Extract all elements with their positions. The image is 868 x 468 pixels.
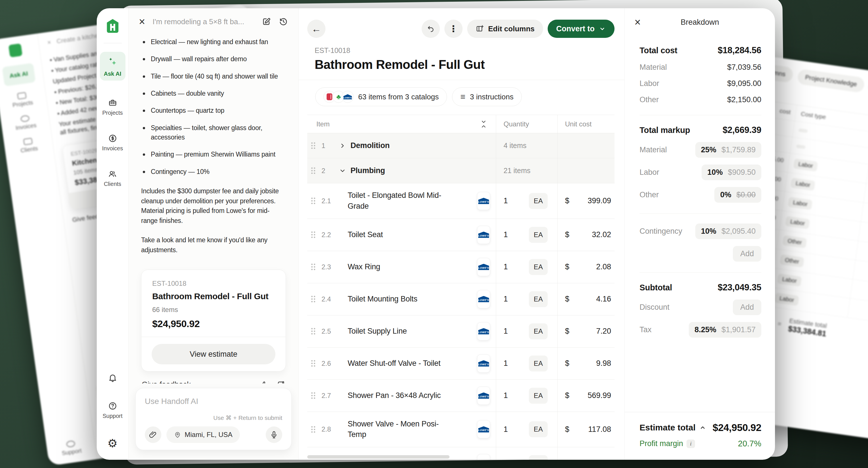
estimate-total-label[interactable]: Estimate total — [640, 423, 706, 432]
quantity-value[interactable]: 1 — [496, 391, 508, 400]
quantity-value[interactable]: 1 — [496, 197, 508, 205]
unit-cost-value[interactable]: 4.16 — [596, 295, 615, 303]
undo-button[interactable] — [422, 20, 440, 38]
chevron-down-icon[interactable] — [335, 167, 350, 174]
sidebar-item-invoices[interactable]: Invoices — [102, 134, 123, 152]
item-name[interactable]: Toilet Seat — [348, 229, 383, 240]
chat-input-placeholder[interactable]: Use Handoff AI — [145, 397, 282, 406]
quantity-value[interactable]: 1 — [496, 295, 508, 303]
sidebar-item-ask-ai[interactable]: Ask AI — [100, 52, 125, 81]
collapse-all-icon[interactable] — [480, 120, 487, 128]
profit-margin-label: Profit margin i — [640, 439, 695, 448]
table-row[interactable]: 2.3 Wax Ring LOWE'S 1 EA $ 2.08 — [307, 251, 615, 283]
item-name[interactable]: Toilet Supply Line — [348, 326, 407, 337]
attach-file-button[interactable] — [145, 427, 161, 443]
drag-handle[interactable] — [311, 426, 315, 433]
location-chip[interactable]: Miami, FL, USA — [166, 427, 240, 443]
horizontal-scrollbar[interactable] — [307, 455, 450, 459]
drag-handle[interactable] — [311, 142, 315, 149]
unit-chip[interactable]: EA — [529, 193, 548, 209]
chat-messages[interactable]: Electrical — new lighting and exhaust fa… — [129, 32, 299, 383]
history-icon[interactable] — [279, 17, 288, 27]
voice-input-button[interactable] — [266, 427, 282, 443]
unit-chip[interactable]: EA — [529, 227, 548, 243]
currency-symbol: $ — [558, 459, 569, 460]
drag-handle[interactable] — [311, 167, 315, 174]
item-name[interactable]: Toilet Mounting Bolts — [348, 294, 417, 304]
handoff-logo[interactable] — [104, 18, 121, 34]
bell-icon[interactable] — [108, 373, 118, 383]
edit-columns-button[interactable]: Edit columns — [467, 20, 543, 38]
chat-thread-title[interactable]: I'm remodeling a 5×8 ft ba... — [153, 18, 254, 26]
quantity-value[interactable]: 1 — [496, 230, 508, 239]
drag-handle[interactable] — [311, 392, 315, 399]
table-row[interactable]: 2.8 Shower Valve - Moen Posi-Temp LOWE'S… — [307, 412, 615, 447]
item-name[interactable]: Shower Pan - 36×48 Acrylic — [348, 390, 441, 401]
quantity-value[interactable]: 1 — [496, 459, 508, 460]
unit-cost-value[interactable]: 7.20 — [596, 327, 615, 335]
unit-cost-value[interactable]: 2.08 — [596, 262, 615, 271]
unit-chip[interactable]: EA — [529, 356, 548, 372]
unit-chip[interactable]: EA — [529, 291, 548, 307]
add-markup-button[interactable]: Add — [733, 246, 761, 262]
other-markup-pill[interactable]: 0%$0.00 — [714, 187, 761, 203]
quantity-value[interactable]: 1 — [496, 359, 508, 368]
quantity-value[interactable]: 1 — [496, 327, 508, 335]
table-row[interactable]: 2.4 Toilet Mounting Bolts LOWE'S 1 EA $ … — [307, 283, 615, 315]
quantity-value[interactable]: 1 — [496, 262, 508, 271]
table-row[interactable]: 2.6 Water Shut-off Valve - Toilet LOWE'S… — [307, 348, 615, 380]
info-icon[interactable]: i — [686, 440, 695, 448]
unit-chip[interactable]: EA — [529, 455, 548, 460]
view-estimate-button[interactable]: View estimate — [152, 344, 275, 364]
table-row[interactable]: 2.7 Shower Pan - 36×48 Acrylic LOWE'S 1 … — [307, 380, 615, 412]
unit-cost-value[interactable]: 117.08 — [588, 425, 615, 434]
convert-to-button[interactable]: Convert to — [548, 20, 615, 38]
table-row[interactable]: 2.2 Toilet Seat LOWE'S 1 EA $ 32.02 — [307, 219, 615, 251]
labor-markup-pill[interactable]: 10%$909.50 — [702, 165, 761, 180]
unit-cost-value[interactable]: 32.02 — [592, 230, 615, 239]
unit-chip[interactable]: EA — [529, 259, 548, 275]
unit-cost-value[interactable]: 79.98 — [592, 459, 615, 460]
item-name[interactable]: Toilet - Elongated Bowl Mid-Grade — [348, 190, 441, 212]
thumbs-up-icon[interactable] — [260, 380, 269, 383]
unit-chip[interactable]: EA — [529, 323, 548, 339]
contingency-pill[interactable]: 10%$2,095.40 — [695, 224, 761, 239]
more-options-button[interactable]: ⋮ — [444, 20, 463, 38]
item-name[interactable]: Shower Valve - Moen Posi-Temp — [348, 419, 441, 440]
drag-handle[interactable] — [311, 198, 315, 204]
drag-handle[interactable] — [311, 296, 315, 302]
tax-pill[interactable]: 8.25%$1,901.57 — [689, 322, 761, 338]
table-row[interactable]: 2.1 Toilet - Elongated Bowl Mid-Grade LO… — [307, 183, 615, 219]
close-chat-icon[interactable]: × — [139, 16, 145, 27]
material-markup-pill[interactable]: 25%$1,759.89 — [695, 142, 761, 158]
sidebar-item-clients[interactable]: Clients — [104, 169, 121, 187]
drag-handle[interactable] — [311, 231, 315, 238]
new-chat-icon[interactable] — [261, 17, 271, 27]
quantity-value[interactable]: 1 — [496, 425, 508, 434]
drag-handle[interactable] — [311, 360, 315, 367]
instructions-badge[interactable]: ≡ 3 instructions — [452, 87, 522, 106]
unit-cost-value[interactable]: 399.09 — [588, 197, 615, 205]
thumbs-down-icon[interactable] — [276, 380, 285, 383]
add-discount-button[interactable]: Add — [733, 299, 761, 315]
unit-chip[interactable]: EA — [529, 421, 548, 437]
unit-cost-value[interactable]: 569.99 — [588, 391, 615, 400]
table-row[interactable]: 2.5 Toilet Supply Line LOWE'S 1 EA $ 7.2… — [307, 315, 615, 348]
estimate-item-count: 66 items — [152, 306, 275, 314]
drag-handle[interactable] — [311, 264, 315, 270]
unit-cost-value[interactable]: 9.98 — [596, 359, 615, 368]
unit-chip[interactable]: EA — [529, 388, 548, 404]
chat-input-card[interactable]: Use Handoff AI Use ⌘ + Return to submit … — [135, 388, 291, 450]
chevron-right-icon[interactable] — [335, 142, 350, 149]
sidebar-item-support[interactable]: Support — [102, 401, 122, 419]
item-name[interactable]: Wax Ring — [348, 262, 380, 272]
back-button[interactable]: ← — [307, 20, 326, 38]
section-row-demolition[interactable]: 1 Demolition 4 items — [307, 133, 615, 158]
settings-gear-icon[interactable]: ⚙ — [107, 438, 118, 449]
section-row-plumbing[interactable]: 2 Plumbing 21 items — [307, 158, 615, 183]
sidebar-item-projects[interactable]: Projects — [102, 98, 123, 116]
catalogs-badge[interactable]: ♣ LOWE'S 63 items from 3 catalogs — [315, 87, 447, 106]
total-cost-value: $18,284.56 — [718, 45, 761, 56]
drag-handle[interactable] — [311, 328, 315, 334]
item-name[interactable]: Water Shut-off Valve - Toilet — [348, 358, 440, 369]
